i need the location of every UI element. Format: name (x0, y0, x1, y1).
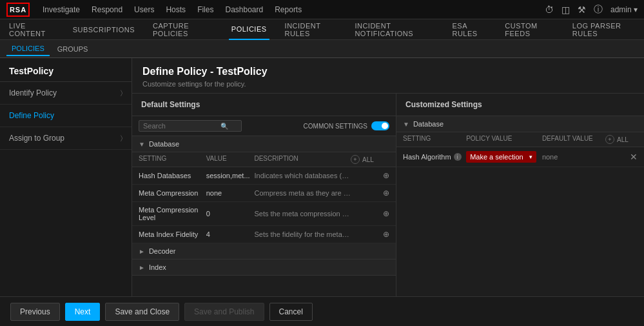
custom-row-setting: Hash Algorithm i (403, 153, 466, 161)
nav-investigate[interactable]: Investigate (43, 5, 80, 14)
custom-row-policy[interactable]: Make a selection (466, 151, 542, 163)
cancel-button[interactable]: Cancel (269, 303, 313, 321)
remove-icon[interactable]: ✕ (630, 152, 638, 162)
top-nav: RSA Investigate Respond Users Hosts File… (0, 0, 644, 19)
section-database[interactable]: ▼ Database (132, 136, 396, 152)
nav-log-parser-rules[interactable]: LOG PARSER RULES (570, 19, 638, 40)
nav-incident-notifications[interactable]: INCIDENT NOTIFICATIONS (352, 19, 436, 40)
nav-files[interactable]: Files (197, 5, 213, 14)
main-layout: TestPolicy Identify Policy 〉 Define Poli… (0, 58, 644, 296)
nav-subscriptions[interactable]: SUBSCRIPTIONS (70, 19, 137, 40)
row-setting: Hash Databases (139, 172, 206, 179)
clock-icon[interactable]: ⏱ (545, 5, 554, 15)
search-icon: 🔍 (220, 123, 228, 130)
settings-area: Default Settings 🔍 COMMON SETTINGS (132, 94, 644, 296)
row-action: ⊕ (351, 188, 389, 198)
search-input[interactable] (143, 122, 220, 130)
nav-live-content[interactable]: LIVE CONTENT (6, 19, 57, 40)
sidebar-item-assign-to-group[interactable]: Assign to Group 〉 (0, 127, 132, 150)
section-decoder[interactable]: ► Decoder (132, 243, 396, 260)
nav-reports[interactable]: Reports (275, 5, 302, 14)
policy-value-select[interactable]: Make a selection (466, 151, 536, 163)
custom-row-action: ✕ (605, 152, 638, 162)
col-header-description: DESCRIPTION (254, 155, 351, 164)
chevron-right-icon-4: ► (139, 264, 145, 271)
sidebar-item-define-policy[interactable]: Define Policy (0, 105, 132, 127)
row-setting: Meta Compression (139, 189, 206, 197)
nav-policies[interactable]: POLICIES (229, 19, 269, 40)
tab-policies[interactable]: POLICIES (6, 42, 50, 56)
row-action: ⊕ (351, 230, 389, 239)
add-all-icon[interactable]: + (351, 155, 360, 164)
section-index-label: Index (149, 263, 166, 271)
table-header: SETTING VALUE DESCRIPTION + ALL (132, 152, 396, 167)
save-close-button[interactable]: Save and Close (105, 303, 179, 321)
sidebar-label-assign: Assign to Group (9, 134, 64, 143)
row-description: Sets the fidelity for the meta db index.… (254, 230, 351, 238)
info-icon[interactable]: ⊕ (383, 230, 389, 239)
nav-incident-rules[interactable]: INCIDENT RULES (282, 19, 340, 40)
info-icon[interactable]: ⊕ (383, 209, 389, 218)
sidebar: TestPolicy Identify Policy 〉 Define Poli… (0, 58, 132, 296)
content-header: Define Policy - TestPolicy Customize set… (132, 58, 644, 94)
customized-settings-title: Customized Settings (396, 94, 644, 116)
custom-table-header: SETTING POLICY VALUE DEFAULT VALUE + ALL (396, 132, 644, 147)
info-badge-icon[interactable]: i (454, 153, 462, 161)
custom-section-database[interactable]: ▼ Database (396, 116, 644, 132)
previous-button[interactable]: Previous (10, 303, 60, 321)
nav-users[interactable]: Users (134, 5, 154, 14)
chevron-down-icon: ▼ (139, 141, 145, 148)
chevron-right-icon: 〉 (121, 89, 122, 97)
custom-table-row: Hash Algorithm i Make a selection none ✕ (396, 147, 644, 167)
row-value: 4 (206, 230, 255, 238)
policy-value-dropdown-wrap[interactable]: Make a selection (466, 151, 536, 163)
row-setting: Meta Compression Level (139, 206, 206, 221)
all-label-2: ALL (617, 136, 629, 143)
tools-icon[interactable]: ⚒ (578, 5, 586, 15)
row-value: 0 (206, 210, 255, 218)
save-publish-button: Save and Publish (184, 303, 264, 321)
sidebar-label-identify: Identify Policy (9, 88, 57, 97)
bottom-bar: Previous Next Save and Close Save and Pu… (0, 296, 644, 326)
section-index[interactable]: ► Index (132, 260, 396, 276)
nav-hosts[interactable]: Hosts (166, 5, 186, 14)
tab-groups[interactable]: GROUPS (52, 43, 93, 56)
add-all-icon-2[interactable]: + (605, 135, 614, 144)
custom-setting-label: Hash Algorithm (403, 153, 451, 161)
top-nav-right: ⏱ ◫ ⚒ ⓘ admin ▾ (545, 4, 638, 15)
nav-esa-rules[interactable]: ESA RULES (449, 19, 489, 40)
section-database-label: Database (149, 140, 179, 148)
nav-custom-feeds[interactable]: CUSTOM FEEDS (502, 19, 556, 40)
next-button[interactable]: Next (65, 303, 101, 321)
custom-row-default: none (542, 153, 605, 161)
common-settings-label: COMMON SETTINGS (304, 123, 367, 130)
search-bar: 🔍 COMMON SETTINGS (132, 116, 396, 136)
customized-settings-panel: Customized Settings ▼ Database SETTING P… (396, 94, 644, 296)
search-input-wrap[interactable]: 🔍 (139, 120, 242, 132)
third-nav: POLICIES GROUPS (0, 40, 644, 58)
custom-col-all: + ALL (605, 135, 638, 144)
toggle-switch[interactable] (371, 121, 389, 130)
sidebar-label-define: Define Policy (9, 111, 54, 120)
content-area: Define Policy - TestPolicy Customize set… (132, 58, 644, 296)
row-description: Sets the meta compression level. 1 m... (254, 210, 351, 218)
row-description: Indicates which databases (session, m... (254, 172, 351, 179)
nav-dashboard[interactable]: Dashboard (225, 5, 263, 14)
default-settings-panel: Default Settings 🔍 COMMON SETTINGS (132, 94, 396, 296)
nav-respond[interactable]: Respond (92, 5, 122, 14)
chevron-right-icon-3: ► (139, 248, 145, 255)
monitor-icon[interactable]: ◫ (561, 5, 570, 15)
logo-text: RSA (10, 6, 26, 14)
col-header-setting: SETTING (139, 155, 206, 164)
all-label: ALL (362, 156, 374, 163)
nav-capture-policies[interactable]: CAPTURE POLICIES (150, 19, 216, 40)
help-icon[interactable]: ⓘ (594, 4, 603, 15)
table-row: Hash Databases session,met... Indicates … (132, 167, 396, 185)
custom-col-policy: POLICY VALUE (466, 135, 542, 144)
admin-menu[interactable]: admin ▾ (610, 5, 638, 14)
logo: RSA (6, 3, 30, 17)
info-icon[interactable]: ⊕ (383, 188, 389, 198)
sidebar-policy-title: TestPolicy (0, 58, 132, 82)
info-icon[interactable]: ⊕ (383, 171, 389, 180)
sidebar-item-identify-policy[interactable]: Identify Policy 〉 (0, 82, 132, 105)
